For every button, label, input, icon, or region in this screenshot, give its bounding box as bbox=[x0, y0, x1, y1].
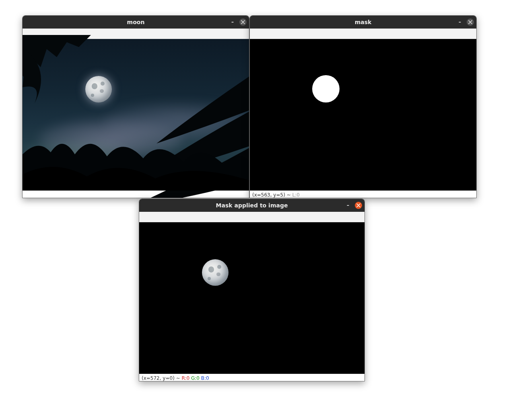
titlebar-mask[interactable]: mask – bbox=[250, 16, 476, 29]
close-icon bbox=[356, 203, 360, 207]
close-icon bbox=[468, 20, 472, 24]
moon-graphic bbox=[202, 259, 229, 286]
statusbar: (x=572, y=0) ~ R:0 G:0 B:0 bbox=[139, 374, 364, 381]
moon-graphic bbox=[85, 76, 112, 102]
window-title: moon bbox=[127, 19, 145, 25]
statusbar: (x=563, y=5) ~ L:0 bbox=[250, 191, 476, 198]
status-luminance: L:0 bbox=[292, 192, 300, 198]
status-coords: (x=572, y=0) ~ bbox=[142, 375, 182, 381]
menubar[interactable] bbox=[139, 212, 364, 222]
status-coords: (x=563, y=5) ~ bbox=[252, 192, 292, 198]
minimize-button[interactable]: – bbox=[344, 202, 352, 209]
image-canvas-result[interactable] bbox=[139, 222, 364, 374]
menubar[interactable] bbox=[250, 29, 476, 39]
statusbar bbox=[23, 191, 249, 198]
close-button[interactable] bbox=[239, 18, 247, 26]
image-canvas-moon[interactable] bbox=[23, 39, 249, 191]
titlebar-moon[interactable]: moon – bbox=[23, 16, 249, 29]
close-button[interactable] bbox=[355, 202, 362, 209]
window-controls: – bbox=[344, 199, 362, 212]
window-result: Mask applied to image – (x=572, y=0) ~ R… bbox=[139, 199, 365, 381]
close-icon bbox=[241, 20, 245, 24]
minimize-button[interactable]: – bbox=[229, 18, 236, 26]
status-b: B:0 bbox=[201, 375, 209, 381]
cloud bbox=[103, 103, 249, 139]
window-mask: mask – (x=563, y=5) ~ L:0 bbox=[249, 15, 477, 198]
status-g: G:0 bbox=[191, 375, 200, 381]
close-button[interactable] bbox=[467, 18, 474, 26]
image-canvas-mask[interactable] bbox=[250, 39, 476, 191]
status-r: R:0 bbox=[182, 375, 190, 381]
window-controls: – bbox=[229, 16, 247, 29]
titlebar-result[interactable]: Mask applied to image – bbox=[139, 199, 364, 212]
mask-circle bbox=[312, 75, 340, 102]
menubar[interactable] bbox=[23, 29, 249, 39]
minimize-button[interactable]: – bbox=[456, 18, 463, 26]
window-title: mask bbox=[355, 19, 372, 25]
window-moon: moon – bbox=[22, 15, 249, 198]
window-controls: – bbox=[456, 16, 474, 29]
window-title: Mask applied to image bbox=[216, 202, 288, 209]
